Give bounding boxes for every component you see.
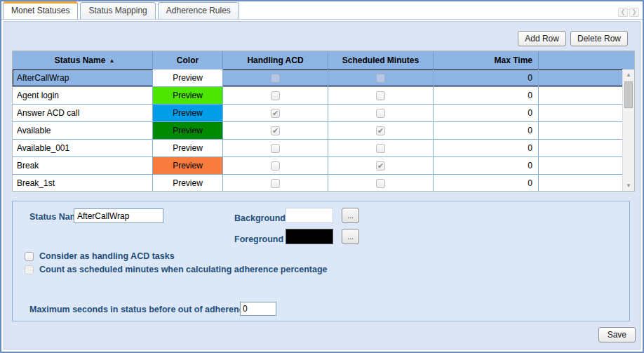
grid-body: AfterCallWrap Preview 0 Agent login Prev… xyxy=(13,69,634,192)
tab-scroll-left-icon[interactable]: ❮ xyxy=(618,8,628,17)
table-row[interactable]: Agent login Preview 0 xyxy=(13,87,634,105)
max-time-cell: 0 xyxy=(434,122,539,139)
scrollbar-thumb[interactable] xyxy=(624,81,633,108)
statuses-grid: Status Name ▲ Color Handling ACD Schedul… xyxy=(12,51,635,192)
color-cell[interactable]: Preview xyxy=(153,122,223,139)
app-window: Monet Statuses Status Mapping Adherence … xyxy=(0,0,644,353)
column-header-label: Status Name xyxy=(55,55,106,65)
handling-acd-cell: ✔ xyxy=(223,105,328,121)
column-header-label: Handling ACD xyxy=(247,55,303,65)
status-name-cell: Answer ACD call xyxy=(13,105,153,121)
scheduled-minutes-cell xyxy=(328,69,434,86)
handling-acd-cell xyxy=(223,69,328,86)
max-time-cell: 0 xyxy=(434,157,539,174)
column-header-color[interactable]: Color xyxy=(153,51,223,69)
tab-scroll-nav: ❮ ❯ xyxy=(618,8,639,17)
max-time-cell: 0 xyxy=(434,140,539,156)
status-name-cell: Break xyxy=(13,157,153,174)
color-preview-swatch[interactable]: Preview xyxy=(153,157,222,174)
status-detail-form: Status Name Background ... Foreground ..… xyxy=(12,201,630,321)
table-row[interactable]: Available Preview ✔ ✔ 0 xyxy=(13,122,634,140)
table-row[interactable]: Break Preview ✔ 0 xyxy=(13,157,634,175)
max-time-cell: 0 xyxy=(434,105,539,121)
color-cell[interactable]: Preview xyxy=(153,175,223,192)
column-header-handling-acd[interactable]: Handling ACD xyxy=(223,51,328,69)
scheduled-minutes-checkbox[interactable] xyxy=(376,179,385,188)
tab-monet-statuses[interactable]: Monet Statuses xyxy=(3,1,78,19)
color-preview-swatch[interactable]: Preview xyxy=(153,105,222,121)
max-time-cell: 0 xyxy=(434,175,539,192)
handling-acd-checkbox[interactable]: ✔ xyxy=(271,109,280,118)
tab-strip: Monet Statuses Status Mapping Adherence … xyxy=(1,1,643,20)
background-color-picker-button[interactable]: ... xyxy=(342,208,359,223)
handling-acd-cell xyxy=(223,157,328,174)
status-name-input[interactable] xyxy=(74,208,163,223)
tab-adherence-rules[interactable]: Adherence Rules xyxy=(158,2,239,19)
scheduled-minutes-checkbox[interactable]: ✔ xyxy=(376,161,385,171)
add-row-button[interactable]: Add Row xyxy=(518,31,566,46)
tab-status-mapping[interactable]: Status Mapping xyxy=(80,2,155,19)
color-preview-swatch[interactable]: Preview xyxy=(153,122,222,139)
foreground-label: Foreground xyxy=(234,234,283,244)
scheduled-minutes-cell xyxy=(328,87,434,104)
scheduled-minutes-checkbox[interactable] xyxy=(376,91,385,100)
handling-acd-cell: ✔ xyxy=(223,122,328,139)
color-preview-swatch[interactable]: Preview xyxy=(153,69,222,86)
color-cell[interactable]: Preview xyxy=(153,140,223,156)
column-header-label: Color xyxy=(177,55,199,65)
vertical-scrollbar[interactable]: ▲ ▼ xyxy=(622,69,634,191)
scheduled-minutes-cell xyxy=(328,105,434,121)
handling-acd-form-checkbox[interactable] xyxy=(25,252,34,261)
handling-acd-checkbox[interactable] xyxy=(271,161,280,171)
scheduled-minutes-checkbox[interactable] xyxy=(376,144,385,153)
foreground-color-picker-button[interactable]: ... xyxy=(342,229,359,244)
scheduled-minutes-form-checkbox[interactable] xyxy=(25,265,34,274)
table-row[interactable]: AfterCallWrap Preview 0 xyxy=(13,69,634,87)
color-cell[interactable]: Preview xyxy=(153,87,223,104)
scheduled-minutes-checkbox[interactable] xyxy=(376,109,385,118)
handling-acd-cell xyxy=(223,175,328,192)
handling-acd-option-label: Consider as handling ACD tasks xyxy=(39,251,175,261)
grid-toolbar: Add Row Delete Row xyxy=(518,31,628,46)
scheduled-minutes-cell: ✔ xyxy=(328,122,434,139)
tab-scroll-right-icon[interactable]: ❯ xyxy=(629,8,639,17)
delete-row-button[interactable]: Delete Row xyxy=(570,31,628,46)
table-row[interactable]: Break_1st Preview 0 xyxy=(13,175,634,192)
background-color-swatch xyxy=(286,208,333,223)
color-preview-swatch[interactable]: Preview xyxy=(153,175,222,192)
status-name-cell: Agent login xyxy=(13,87,153,104)
column-header-status-name[interactable]: Status Name ▲ xyxy=(13,51,153,69)
color-cell[interactable]: Preview xyxy=(153,157,223,174)
content-panel: Add Row Delete Row Status Name ▲ Color H… xyxy=(4,21,640,349)
scheduled-minutes-checkbox[interactable] xyxy=(376,74,385,83)
handling-acd-option: Consider as handling ACD tasks xyxy=(25,251,175,261)
column-header-scheduled-minutes[interactable]: Scheduled Minutes xyxy=(328,51,434,69)
max-seconds-input[interactable] xyxy=(240,302,276,316)
color-preview-swatch[interactable]: Preview xyxy=(153,140,222,156)
sort-ascending-icon: ▲ xyxy=(109,58,114,64)
save-button[interactable]: Save xyxy=(598,327,636,342)
max-time-cell: 0 xyxy=(434,87,539,104)
color-preview-swatch[interactable]: Preview xyxy=(153,87,222,104)
table-row[interactable]: Available_001 Preview 0 xyxy=(13,140,634,157)
scheduled-minutes-option-label: Count as scheduled minutes when calculat… xyxy=(39,265,328,274)
column-header-label: Max Time xyxy=(495,55,532,65)
handling-acd-cell xyxy=(223,140,328,156)
handling-acd-checkbox[interactable] xyxy=(271,179,280,188)
column-header-label: Scheduled Minutes xyxy=(342,55,419,65)
color-cell[interactable]: Preview xyxy=(153,69,223,86)
handling-acd-checkbox[interactable]: ✔ xyxy=(271,126,280,135)
table-row[interactable]: Answer ACD call Preview ✔ 0 xyxy=(13,105,634,122)
status-name-cell: Available_001 xyxy=(13,140,153,156)
scroll-down-icon[interactable]: ▼ xyxy=(623,180,634,191)
color-cell[interactable]: Preview xyxy=(153,105,223,121)
scroll-up-icon[interactable]: ▲ xyxy=(623,69,634,80)
handling-acd-checkbox[interactable] xyxy=(271,74,280,83)
scheduled-minutes-checkbox[interactable]: ✔ xyxy=(376,126,385,135)
max-time-cell: 0 xyxy=(434,69,539,86)
handling-acd-checkbox[interactable] xyxy=(271,91,280,100)
column-header-max-time[interactable]: Max Time xyxy=(434,51,539,69)
foreground-color-swatch xyxy=(286,229,333,244)
handling-acd-checkbox[interactable] xyxy=(271,144,280,153)
handling-acd-cell xyxy=(223,87,328,104)
